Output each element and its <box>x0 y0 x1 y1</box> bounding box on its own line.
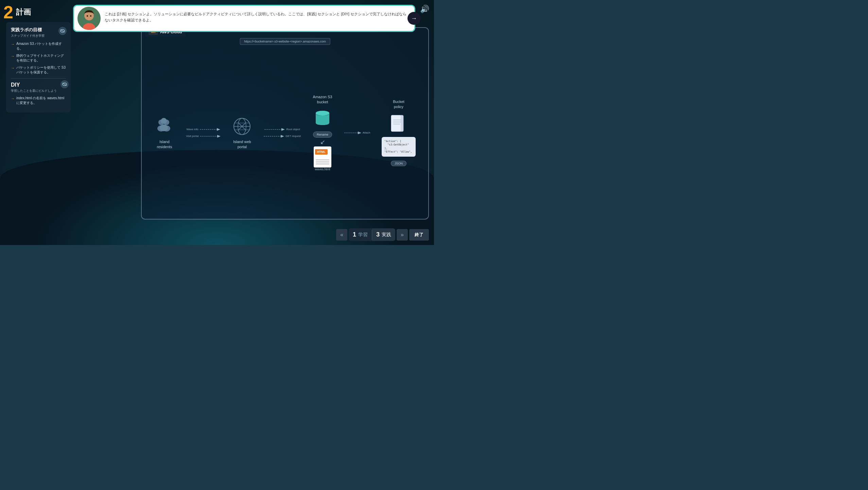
policy-code-box: "Action": [ "s3:GetObject" ], "Effect": … <box>382 137 416 157</box>
section-1-label: 学習 <box>358 232 368 238</box>
panel-divider <box>11 78 66 78</box>
section-2-number: 3 <box>376 231 380 238</box>
arrows-s3-policy: Attach <box>344 130 370 135</box>
html-file-icon: HTML <box>314 146 331 168</box>
people-icon <box>154 116 175 137</box>
arrow-icon-2: → <box>11 54 15 59</box>
goal-item-3: → バケットポリシーを使用して S3 バケットを保護する。 <box>11 65 66 75</box>
section-2-label: 実践 <box>382 232 391 238</box>
diagram-area: Island residents Wave info Visit portal <box>142 47 428 219</box>
svg-marker-33 <box>358 132 361 134</box>
section-1-number: 1 <box>353 231 356 238</box>
json-badge: JSON <box>391 161 406 166</box>
get-request-arrow: GET request <box>264 134 301 139</box>
s3-bucket-icon <box>312 108 333 128</box>
left-panel: 実践ラボの目標 ステップガイド付き学習 → Amazon S3 バケットを作成す… <box>6 22 71 112</box>
next-button[interactable]: → <box>407 12 420 25</box>
visit-portal-arrow: Visit portal <box>186 134 221 139</box>
lab-goals-subtitle: ステップガイド付き学習 <box>11 34 66 38</box>
svg-marker-16 <box>217 128 220 131</box>
nav-sections: 1 学習 3 実践 <box>349 228 395 241</box>
next-nav-button[interactable]: » <box>397 229 408 241</box>
volume-icon[interactable]: 🔊 <box>420 5 429 14</box>
speech-text: これは [計画] セクションよ。ソリューションに必要なビルドアクティビティについ… <box>105 11 408 23</box>
svg-point-7 <box>87 15 88 17</box>
island-web-portal-node: Island web portal <box>232 116 252 149</box>
svg-rect-35 <box>391 115 401 132</box>
goal-item-1: → Amazon S3 バケットを作成する。 <box>11 41 66 51</box>
lab-goals-title: 実践ラボの目標 <box>11 27 66 33</box>
toggle-goals-visibility-button[interactable] <box>58 27 67 35</box>
waves-html-label: waves.html <box>315 168 330 171</box>
diy-title: DIY <box>11 82 66 88</box>
amazon-s3-node: Amazon S3 bucket Rename ↙ HTML <box>312 94 333 171</box>
island-residents-node: Island residents <box>154 116 175 149</box>
speech-bubble: これは [計画] セクションよ。ソリューションに必要なビルドアクティビティについ… <box>73 5 415 32</box>
url-bar: https://<bucketname>.s3-website-<region>… <box>240 38 330 45</box>
svg-point-8 <box>90 15 91 17</box>
bottom-navigation: « 1 学習 3 実践 » 終了 <box>336 228 429 241</box>
svg-point-14 <box>160 124 168 131</box>
prev-nav-button[interactable]: « <box>336 229 347 241</box>
section-1-nav[interactable]: 1 学習 <box>349 228 372 241</box>
rename-badge: Rename <box>313 132 332 138</box>
wave-info-arrow: Wave info <box>186 127 220 132</box>
avatar <box>77 7 101 30</box>
diy-item-1: → index.html の名前を waves.html に変更する。 <box>11 96 66 105</box>
svg-marker-29 <box>281 135 284 138</box>
arrow-icon-1: → <box>11 42 15 47</box>
svg-point-31 <box>316 111 329 116</box>
island-web-portal-label: Island web portal <box>233 139 251 149</box>
svg-point-13 <box>161 118 167 124</box>
step-label: 計画 <box>16 7 31 17</box>
html-badge: HTML <box>315 149 328 155</box>
arrow-icon-3: → <box>11 66 15 71</box>
diy-subtitle: 学習したことを基にビルドしよう <box>11 89 66 93</box>
step-number: 2 <box>3 3 13 21</box>
diy-arrow-icon: → <box>11 96 15 101</box>
step-badge: 2 計画 <box>3 3 31 21</box>
aws-cloud-box: aws AWS Cloud https://<bucketname>.s3-we… <box>141 27 429 220</box>
s3-node-label: Amazon S3 bucket <box>313 94 332 104</box>
arrows-portal-s3: Root object GET request <box>264 127 301 139</box>
bucket-policy-label: Bucket policy <box>393 99 404 109</box>
svg-marker-18 <box>217 135 221 138</box>
root-object-arrow: Root object <box>264 127 300 132</box>
island-residents-label: Island residents <box>157 139 172 149</box>
html-lines <box>316 159 329 165</box>
goal-item-2: → 静的ウェブサイトホスティングを有効にする。 <box>11 53 66 63</box>
section-2-nav[interactable]: 3 実践 <box>372 228 395 241</box>
document-icon <box>388 114 409 134</box>
svg-marker-27 <box>281 128 285 131</box>
globe-icon <box>232 116 252 137</box>
end-button[interactable]: 終了 <box>409 229 429 241</box>
attach-arrow: Attach <box>344 130 370 135</box>
bucket-policy-node: Bucket policy "Action": [ "s3:GetObject"… <box>382 99 416 166</box>
arrows-residents-portal: Wave info Visit portal <box>186 127 221 139</box>
toggle-diy-visibility-button[interactable] <box>60 80 69 88</box>
